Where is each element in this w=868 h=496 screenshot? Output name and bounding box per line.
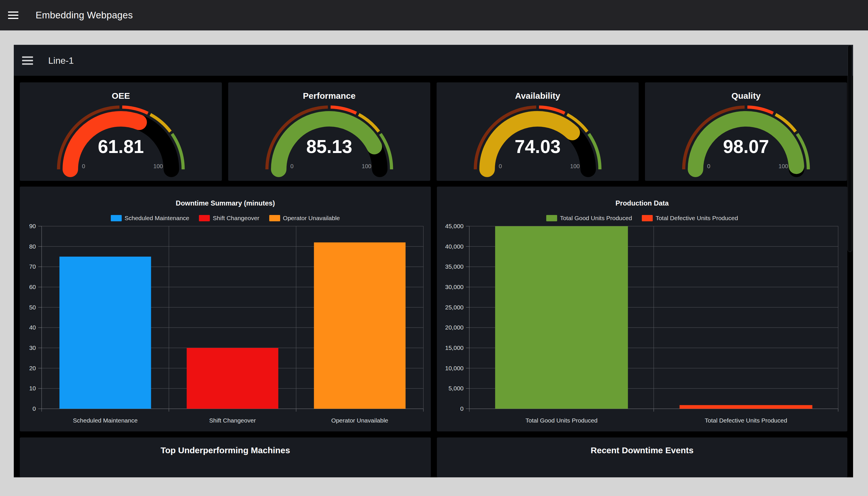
x-axis-category-label: Total Good Units Produced bbox=[526, 417, 598, 424]
y-axis-label: 20,000 bbox=[445, 324, 464, 331]
app-bar: Embedding Webpages bbox=[0, 0, 868, 30]
bar-total-defective-units-produced[interactable] bbox=[680, 405, 812, 409]
y-axis-label: 30,000 bbox=[445, 283, 464, 290]
gauge-value: 98.07 bbox=[645, 136, 847, 157]
gauge-value: 74.03 bbox=[437, 136, 639, 157]
app-menu-hamburger-icon[interactable] bbox=[8, 12, 18, 19]
gauge-quality-svg bbox=[645, 82, 847, 181]
x-axis-category-label: Scheduled Maintenance bbox=[73, 417, 138, 424]
bar-operator-unavailable[interactable] bbox=[314, 243, 406, 409]
x-axis-category-label: Shift Changeover bbox=[209, 417, 256, 424]
gauge-max-label: 100 bbox=[772, 163, 795, 170]
bottom-panel-title: Top Underperforming Machines bbox=[20, 446, 431, 455]
y-axis-label: 40,000 bbox=[445, 243, 464, 250]
y-axis-label: 20 bbox=[29, 365, 36, 371]
chart-panel-production-data: Production DataTotal Good Units Produced… bbox=[437, 187, 847, 431]
y-axis-label: 40 bbox=[29, 324, 36, 331]
y-axis-label: 80 bbox=[29, 243, 36, 250]
bar-shift-changeover[interactable] bbox=[187, 348, 278, 409]
bar-total-good-units-produced[interactable] bbox=[495, 226, 628, 409]
gauge-panel-availability: Availability74.030100 bbox=[437, 82, 639, 181]
y-axis-label: 30 bbox=[29, 344, 36, 351]
y-axis-label: 5,000 bbox=[448, 385, 464, 391]
y-axis-label: 25,000 bbox=[445, 304, 464, 311]
gauge-performance-svg bbox=[228, 82, 430, 181]
dashboard-title: Line-1 bbox=[48, 55, 74, 66]
bottom-panel-title: Recent Downtime Events bbox=[437, 446, 847, 455]
panel-recent-downtime-events: Recent Downtime Events bbox=[437, 437, 847, 477]
y-axis-label: 45,000 bbox=[445, 223, 464, 229]
gauge-min-label: 0 bbox=[72, 163, 95, 170]
gauge-oee-svg bbox=[20, 82, 222, 181]
y-axis-label: 15,000 bbox=[445, 344, 464, 351]
dashboard-scrollbar-thumb[interactable] bbox=[848, 45, 852, 252]
y-axis-label: 0 bbox=[460, 405, 464, 412]
gauge-panel-quality: Quality98.070100 bbox=[645, 82, 847, 181]
gauge-min-label: 0 bbox=[489, 163, 512, 170]
gauge-panel-performance: Performance85.130100 bbox=[228, 82, 430, 181]
gauge-max-label: 100 bbox=[563, 163, 586, 170]
gauge-value: 61.81 bbox=[20, 136, 222, 157]
y-axis-label: 10 bbox=[29, 385, 36, 391]
production-data-plot-svg: 05,00010,00015,00020,00025,00030,00035,0… bbox=[437, 187, 847, 431]
y-axis-label: 50 bbox=[29, 304, 36, 311]
y-axis-label: 10,000 bbox=[445, 365, 464, 371]
x-axis-category-label: Total Defective Units Produced bbox=[705, 417, 787, 424]
y-axis-label: 0 bbox=[32, 405, 36, 412]
dashboard-menu-hamburger-icon[interactable] bbox=[22, 56, 33, 65]
y-axis-label: 60 bbox=[29, 283, 36, 290]
gauge-value: 85.13 bbox=[228, 136, 430, 157]
dashboard-header: Line-1 bbox=[14, 45, 853, 76]
embedded-dashboard: Line-1 OEE61.810100Performance85.130100A… bbox=[14, 45, 853, 477]
downtime-summary-minutes-plot-svg: 0102030405060708090Scheduled Maintenance… bbox=[20, 187, 431, 431]
panel-top-underperforming-machines: Top Underperforming Machines bbox=[20, 437, 431, 477]
y-axis-label: 35,000 bbox=[445, 263, 464, 270]
x-axis-category-label: Operator Unavailable bbox=[331, 417, 388, 424]
app-title: Embedding Webpages bbox=[35, 10, 133, 21]
chart-panel-downtime-summary-minutes: Downtime Summary (minutes)Scheduled Main… bbox=[20, 187, 431, 431]
gauge-min-label: 0 bbox=[697, 163, 720, 170]
gauge-availability-svg bbox=[437, 82, 639, 181]
gauge-max-label: 100 bbox=[147, 163, 170, 170]
gauge-panel-oee: OEE61.810100 bbox=[20, 82, 222, 181]
gauge-max-label: 100 bbox=[355, 163, 378, 170]
y-axis-label: 90 bbox=[29, 223, 36, 229]
bar-scheduled-maintenance[interactable] bbox=[59, 257, 151, 409]
y-axis-label: 70 bbox=[29, 263, 36, 270]
gauge-min-label: 0 bbox=[280, 163, 304, 170]
